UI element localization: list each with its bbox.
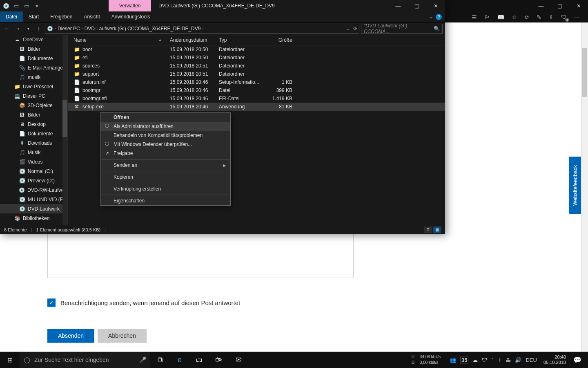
ribbon-tab-apptools[interactable]: Anwendungstools: [106, 11, 156, 22]
tree-item[interactable]: 💽Preview (D:): [0, 176, 67, 185]
chevron-right-icon[interactable]: ›: [55, 27, 56, 31]
file-row[interactable]: 📄bootmgr.efi15.09.2018 20:46EFI-Datei1.4…: [68, 94, 445, 103]
start-button[interactable]: ⊞: [0, 352, 20, 368]
tree-item[interactable]: ⬇Downloads: [0, 138, 67, 148]
favorites-icon[interactable]: ✩: [524, 14, 529, 20]
context-menu-item[interactable]: Verknüpfung erstellen: [100, 184, 230, 193]
browser-maximize-button[interactable]: ▢: [550, 0, 569, 11]
tree-item[interactable]: 💿DVD-RW-Laufwerk: [0, 185, 67, 195]
tree-item[interactable]: 🖼Bilder: [0, 110, 67, 119]
search-box[interactable]: "DVD-Laufwerk (G:) CCCOMA... 🔍: [361, 24, 443, 34]
tray-network-icon[interactable]: 🖧: [506, 357, 511, 363]
qat-properties-icon[interactable]: ▭: [13, 2, 20, 9]
ribbon-tab-share[interactable]: Freigeben: [45, 11, 78, 22]
breadcrumb-root[interactable]: Dieser PC: [58, 26, 80, 31]
ribbon-tab-start[interactable]: Start: [23, 11, 45, 22]
context-menu-item[interactable]: Eigenschaften: [100, 196, 230, 205]
tree-item[interactable]: 📎E-Mail-Anhänge: [0, 63, 67, 72]
notify-checkbox[interactable]: ✓: [47, 298, 56, 307]
col-type[interactable]: Typ: [219, 37, 265, 43]
taskbar-store-icon[interactable]: 🛍: [209, 352, 229, 368]
tree-item[interactable]: 💽Normal (C:): [0, 166, 67, 176]
taskbar-mail-icon[interactable]: ✉: [229, 352, 248, 368]
tray-gpu-temp[interactable]: 35: [460, 357, 468, 364]
tree-item[interactable]: 🎵Musik: [0, 148, 67, 157]
page-scrollbar[interactable]: [581, 22, 588, 352]
ribbon-tab-view[interactable]: Ansicht: [78, 11, 105, 22]
reply-editor[interactable]: [47, 233, 354, 278]
tray-onedrive-icon[interactable]: ☁: [472, 357, 478, 363]
qat-newfolder-icon[interactable]: ▭: [23, 2, 30, 9]
nav-up-button[interactable]: ↑: [34, 24, 43, 33]
tree-item[interactable]: 🖥Desktop: [0, 119, 67, 129]
more-icon[interactable]: ⋯: [574, 14, 580, 20]
taskbar-explorer-icon[interactable]: 🗂: [189, 352, 209, 368]
ribbon-expand-icon[interactable]: ⌄: [429, 14, 433, 20]
nav-tree[interactable]: ☁OneDrive🖼Bilder📄Dokumente📎E-Mail-Anhäng…: [0, 35, 68, 225]
file-row[interactable]: 📁support15.09.2018 20:51Dateiordner: [68, 70, 445, 78]
feedback-tab[interactable]: Websitefeedback: [569, 157, 581, 214]
taskbar-clock[interactable]: 20:4005.10.2018: [540, 355, 569, 365]
browser-close-button[interactable]: ✕: [569, 0, 588, 11]
view-icons-button[interactable]: ▦: [433, 227, 441, 233]
search-icon[interactable]: 🔍: [434, 26, 440, 31]
taskbar-search[interactable]: ◯ Zur Suche Text hier eingeben 🎤: [20, 352, 150, 368]
nav-forward-button[interactable]: →: [13, 24, 22, 33]
nav-back-button[interactable]: ←: [2, 24, 11, 33]
maximize-button[interactable]: ▢: [408, 0, 426, 11]
tray-defender-icon[interactable]: 🛡: [482, 357, 487, 363]
extension-icon[interactable]: 🛡4: [561, 14, 567, 20]
flag-icon[interactable]: 🏳: [484, 14, 490, 20]
context-menu-item[interactable]: Öffnen: [100, 113, 230, 122]
mic-icon[interactable]: 🎤: [139, 357, 146, 363]
file-row[interactable]: 📁sources15.09.2018 20:51Dateiordner: [68, 62, 445, 70]
cancel-button[interactable]: Abbrechen: [98, 329, 147, 343]
tree-item[interactable]: 💻Dieser PC: [0, 91, 67, 101]
context-menu-item[interactable]: Kopieren: [100, 173, 230, 182]
tray-bluetooth-icon[interactable]: ᛒ: [498, 357, 501, 363]
tree-item[interactable]: 💿DVD-Laufwerk: [0, 204, 67, 213]
tree-item[interactable]: 💽MU UND VID (F:): [0, 195, 67, 204]
file-row[interactable]: 📁boot15.09.2018 20:50Dateiordner: [68, 45, 445, 54]
file-row[interactable]: 📄autorun.inf15.09.2018 20:46Setup-Inform…: [68, 78, 445, 86]
share-icon[interactable]: ⇪: [549, 14, 554, 20]
tree-item[interactable]: 📚Bibliotheken: [0, 213, 67, 223]
tree-item[interactable]: 📦3D-Objekte: [0, 101, 67, 110]
tray-language[interactable]: DEU: [526, 357, 537, 363]
taskbar-edge-icon[interactable]: e: [170, 352, 189, 368]
address-bar[interactable]: 💿 › Dieser PC › DVD-Laufwerk (G:) CCCOMA…: [45, 24, 359, 34]
tree-scroll-thumb[interactable]: [62, 100, 67, 137]
file-row[interactable]: 📁efi15.09.2018 20:50Dateiordner: [68, 54, 445, 62]
tray-chevron-up-icon[interactable]: ˄: [491, 357, 494, 363]
notes-icon[interactable]: ✎: [537, 14, 541, 20]
view-details-button[interactable]: ≣: [424, 227, 432, 233]
tree-item[interactable]: 📄Dokumente: [0, 54, 67, 63]
help-icon[interactable]: ?: [436, 14, 442, 20]
minimize-button[interactable]: —: [389, 0, 408, 11]
manage-tab[interactable]: Verwalten: [109, 0, 151, 11]
context-menu-item[interactable]: Senden an▶: [100, 161, 230, 170]
breadcrumb-current[interactable]: DVD-Laufwerk (G:) CCCOMA_X64FRE_DE-DE_DV…: [85, 26, 201, 31]
context-menu-item[interactable]: 🛡Als Administrator ausführen: [100, 122, 230, 131]
context-menu-item[interactable]: ↗Freigabe: [100, 149, 230, 158]
titlebar[interactable]: 💿 ▭ ▭ ▾ Verwalten DVD-Laufwerk (G:) CCCO…: [0, 0, 445, 11]
reading-view-icon[interactable]: 📖: [497, 14, 504, 20]
file-row[interactable]: 📄bootmgr15.09.2018 20:46Datei399 KB: [68, 86, 445, 94]
tray-volume-icon[interactable]: 🔊: [515, 357, 521, 363]
favorite-star-icon[interactable]: ☆: [512, 14, 517, 20]
tree-item[interactable]: 📄Dokumente: [0, 129, 67, 138]
qat-dropdown-icon[interactable]: ▾: [33, 2, 40, 9]
context-menu-item[interactable]: Behandeln von Kompatibilitätsproblemen: [100, 131, 230, 140]
ribbon-file-tab[interactable]: Datei: [0, 11, 23, 22]
reading-list-icon[interactable]: ☰: [472, 14, 477, 20]
col-date[interactable]: Änderungsdatum: [170, 37, 219, 43]
tree-item[interactable]: 📁Uwe Pröschel: [0, 82, 67, 91]
nav-history-button[interactable]: ▾: [24, 24, 33, 33]
tree-item[interactable]: ☁OneDrive: [0, 35, 67, 44]
address-dropdown-icon[interactable]: ⌄ ⟳: [346, 26, 357, 31]
chevron-right-icon[interactable]: ›: [202, 27, 203, 31]
col-name[interactable]: Name ▲: [68, 37, 170, 43]
submit-button[interactable]: Absenden: [47, 329, 94, 343]
action-center-button[interactable]: 💬: [569, 352, 586, 368]
browser-minimize-button[interactable]: —: [532, 0, 550, 11]
